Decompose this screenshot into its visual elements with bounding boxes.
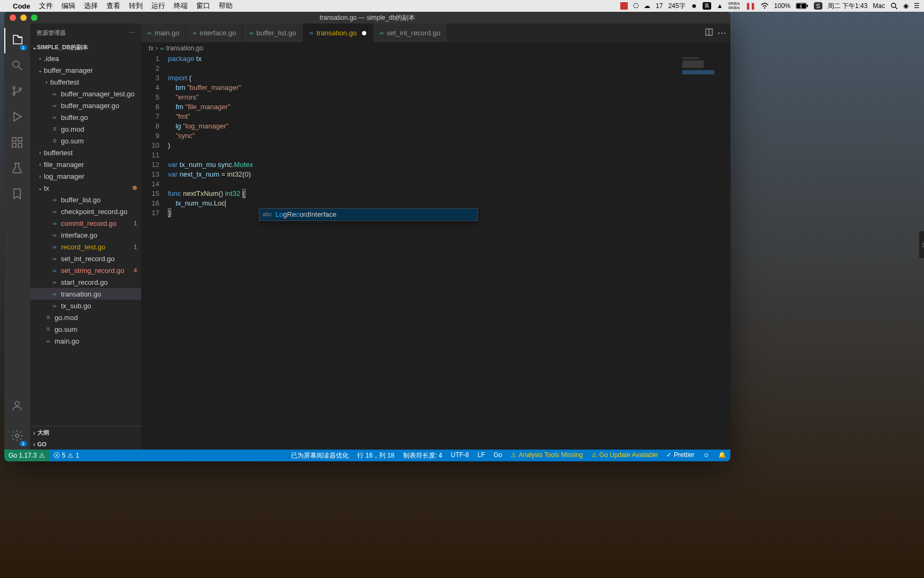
status-analysis[interactable]: ⚠Analysis Tools Missing — [506, 451, 587, 459]
menu-selection[interactable]: 选择 — [84, 1, 98, 11]
control-center-icon[interactable]: ☰ — [914, 2, 920, 10]
tree-file[interactable]: ›∞buffer_list.go — [30, 194, 141, 206]
tree-file[interactable]: ›∞main.go — [30, 335, 141, 347]
activity-run-debug[interactable] — [4, 105, 30, 131]
tree-folder[interactable]: ⌄buffer_manager — [30, 64, 141, 76]
menu-edit[interactable]: 编辑 — [61, 1, 75, 11]
app-name[interactable]: Code — [13, 2, 30, 10]
window-maximize-button[interactable] — [31, 14, 37, 21]
menu-file[interactable]: 文件 — [39, 1, 53, 11]
status-update[interactable]: ⚠Go Update Available — [587, 451, 662, 459]
menu-window[interactable]: 窗口 — [196, 1, 210, 11]
smiley-icon[interactable]: ☻ — [691, 2, 698, 10]
battery-icon[interactable] — [796, 3, 808, 9]
activity-accounts[interactable] — [4, 394, 30, 420]
tree-file[interactable]: ›∞checkpoint_record.go — [30, 206, 141, 217]
activity-settings[interactable]: 1 — [4, 424, 30, 450]
status-bell-icon[interactable]: 🔔 — [714, 451, 730, 459]
tree-folder[interactable]: ›file_manager — [30, 158, 141, 170]
status-go-version[interactable]: Go 1.17.3⚠ — [4, 450, 49, 461]
activity-testing[interactable] — [4, 156, 30, 182]
activity-explorer[interactable]: 1 — [4, 28, 30, 54]
breadcrumb[interactable]: tx › ∞ transation.go — [141, 42, 730, 54]
tree-file[interactable]: ›∞set_string_record.go4 — [30, 264, 141, 276]
code-line[interactable]: lg "log_manager" — [168, 121, 730, 131]
code-line[interactable]: import ( — [168, 73, 730, 83]
spotlight-icon[interactable] — [890, 2, 898, 10]
clock[interactable]: 周二 下午1:43 — [828, 2, 868, 11]
code-line[interactable]: func nextTxNum() int32 { — [168, 189, 730, 199]
tree-file[interactable]: ›∞tx_sub.go — [30, 300, 141, 311]
code-line[interactable]: bm "buffer_manager" — [168, 83, 730, 93]
editor-tab[interactable]: ∞interface.go — [186, 24, 243, 42]
status-language[interactable]: Go — [489, 451, 506, 459]
tree-file[interactable]: ›≡go.mod — [30, 123, 141, 135]
status-screen-reader[interactable]: 已为屏幕阅读器优化 — [287, 451, 353, 460]
menu-view[interactable]: 查看 — [106, 1, 120, 11]
activity-search[interactable] — [4, 54, 30, 79]
activity-bookmarks[interactable] — [4, 182, 30, 208]
status-problems[interactable]: ⓧ5 ⚠1 — [49, 450, 83, 461]
status-shield-icon[interactable]: ⎔ — [633, 2, 638, 10]
tree-file[interactable]: ›∞transation.go — [30, 288, 141, 300]
tree-file[interactable]: ›∞buffer.go — [30, 111, 141, 123]
tree-file[interactable]: ›∞set_int_record.go — [30, 253, 141, 264]
more-actions-icon[interactable]: ⋯ — [718, 28, 726, 38]
status-feedback-icon[interactable]: ☺ — [699, 451, 714, 459]
activity-source-control[interactable] — [4, 79, 30, 105]
tree-folder[interactable]: ⌄tx — [30, 182, 141, 194]
tree-folder[interactable]: ›log_manager — [30, 170, 141, 182]
tree-file[interactable]: ›∞interface.go — [30, 229, 141, 241]
code-line[interactable]: var next_tx_num = int32(0) — [168, 170, 730, 179]
tree-file[interactable]: ›∞buffer_manager_test.go — [30, 88, 141, 100]
tree-file[interactable]: ›∞commit_record.go1 — [30, 217, 141, 229]
tree-folder[interactable]: ›.idea — [30, 52, 141, 64]
code-line[interactable]: tx_num_mu.Loc — [168, 199, 730, 208]
tree-file[interactable]: ›≡go.mod — [30, 311, 141, 323]
code-line[interactable] — [168, 179, 730, 189]
menu-terminal[interactable]: 终端 — [174, 1, 188, 11]
code-line[interactable] — [168, 150, 730, 160]
status-cursor[interactable]: 行 16，列 18 — [353, 451, 398, 460]
tree-folder[interactable]: ›buffertest — [30, 76, 141, 88]
wechat-icon[interactable]: ☁ — [644, 2, 650, 10]
tree-folder[interactable]: ›buffertest — [30, 147, 141, 158]
status-prettier[interactable]: ✓Prettier — [662, 451, 699, 459]
tree-file[interactable]: ›≡go.sum — [30, 135, 141, 147]
window-minimize-button[interactable] — [20, 14, 27, 21]
input-method[interactable]: 英 — [703, 2, 711, 10]
editor-tab[interactable]: ∞main.go — [141, 24, 186, 42]
editor-tab[interactable]: ∞set_int_record.go — [373, 24, 448, 42]
menu-run[interactable]: 运行 — [151, 1, 165, 11]
menu-go[interactable]: 转到 — [129, 1, 143, 11]
sidebar-more-icon[interactable]: ⋯ — [129, 29, 135, 36]
code-line[interactable]: var tx_num_mu sync.Mutex — [168, 160, 730, 170]
editor-tab[interactable]: ∞buffer_list.go — [243, 24, 303, 42]
window-close-button[interactable] — [10, 14, 16, 21]
activity-extensions[interactable] — [4, 131, 30, 156]
tree-file[interactable]: ›≡go.sum — [30, 323, 141, 335]
wifi-icon[interactable] — [760, 3, 769, 9]
split-editor-icon[interactable] — [705, 28, 713, 39]
tree-file[interactable]: ›∞start_record.go — [30, 276, 141, 288]
status-eol[interactable]: LF — [473, 451, 489, 459]
status-encoding[interactable]: UTF-8 — [446, 451, 473, 459]
tree-file[interactable]: ›∞record_test.go1 — [30, 241, 141, 253]
code-editor[interactable]: 1234567891011121314151617 package tximpo… — [141, 54, 730, 450]
code-line[interactable]: ) — [168, 141, 730, 150]
menu-help[interactable]: 帮助 — [219, 1, 233, 11]
tree-root[interactable]: ⌄SIMPLE_DB的副本 — [30, 42, 141, 52]
status-app-icon[interactable]: S — [814, 2, 822, 10]
outline-section[interactable]: ›大纲 — [30, 427, 141, 439]
status-red-icon[interactable] — [620, 2, 628, 10]
code-line[interactable]: package tx — [168, 54, 730, 64]
cat-icon[interactable]: ▲ — [717, 2, 723, 10]
pause-icon[interactable]: ❚❚ — [745, 2, 755, 10]
code-line[interactable]: "fmt" — [168, 112, 730, 121]
code-line[interactable]: "sync" — [168, 131, 730, 141]
suggest-widget[interactable]: abc LogRecordInterface — [259, 208, 478, 221]
code-line[interactable]: "errors" — [168, 93, 730, 102]
code-line[interactable]: fm "file_manager" — [168, 102, 730, 112]
minimap[interactable] — [677, 54, 730, 450]
editor-tab[interactable]: ∞transation.go — [303, 24, 373, 42]
